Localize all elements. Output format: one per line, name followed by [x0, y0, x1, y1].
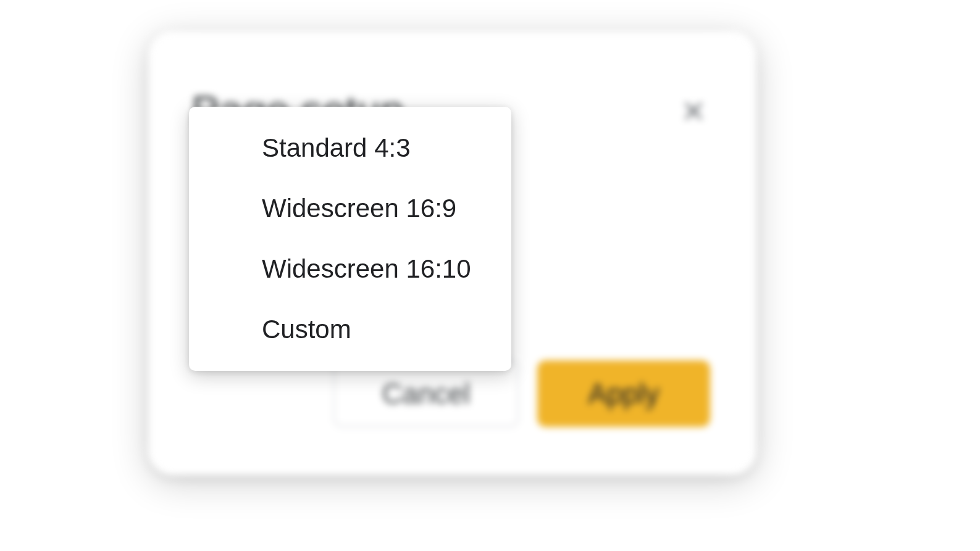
dropdown-option-standard-4-3[interactable]: Standard 4:3 — [189, 118, 511, 178]
dropdown-option-widescreen-16-10[interactable]: Widescreen 16:10 — [189, 239, 511, 299]
aspect-ratio-dropdown: Standard 4:3 Widescreen 16:9 Widescreen … — [189, 107, 511, 371]
close-button[interactable] — [675, 93, 712, 130]
dropdown-option-custom[interactable]: Custom — [189, 299, 511, 360]
dropdown-option-widescreen-16-9[interactable]: Widescreen 16:9 — [189, 178, 511, 239]
close-icon — [679, 96, 708, 126]
apply-button[interactable]: Apply — [537, 360, 710, 427]
